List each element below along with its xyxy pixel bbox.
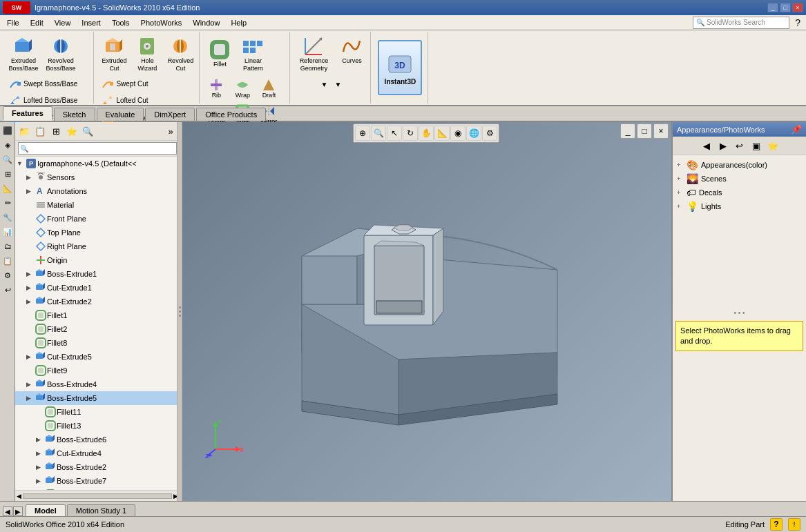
resize-handle[interactable] xyxy=(177,122,182,501)
expand-annotations[interactable]: ▶ xyxy=(26,188,35,195)
expand-cut-extrude1[interactable]: ▶ xyxy=(26,284,35,291)
tab-evaluate[interactable]: Evaluate xyxy=(97,108,144,121)
section-view-btn[interactable]: ◉ xyxy=(450,126,466,141)
view-orient-btn[interactable]: 📐 xyxy=(434,126,450,141)
app-toolbar-home[interactable]: ↩ xyxy=(732,138,747,153)
scroll-track[interactable] xyxy=(23,493,172,499)
root-expand[interactable]: ▼ xyxy=(17,160,25,167)
expand-cut-extrude2[interactable]: ▶ xyxy=(26,298,35,305)
maximize-button[interactable]: □ xyxy=(780,3,791,12)
side-icon-2[interactable]: ◈ xyxy=(1,138,15,152)
tab-motion-study[interactable]: Motion Study 1 xyxy=(67,504,135,516)
decals-expand[interactable]: + xyxy=(677,189,684,196)
menu-help[interactable]: Help xyxy=(225,17,252,28)
tree-item-boss-extrude2[interactable]: ▶ Boss-Extrude2 xyxy=(15,460,180,474)
menu-view[interactable]: View xyxy=(49,17,77,28)
bottom-scroll-left[interactable]: ◀ xyxy=(3,506,12,516)
tab-features[interactable]: Features xyxy=(3,106,52,121)
minimize-button[interactable]: _ xyxy=(767,3,778,12)
extruded-boss-base-button[interactable]: ExtrudedBoss/Base xyxy=(6,33,41,75)
side-icon-9[interactable]: 🗂 xyxy=(1,239,15,253)
side-icon-7[interactable]: 🔧 xyxy=(1,210,15,224)
scroll-left[interactable]: ◀ xyxy=(17,493,21,500)
menu-insert[interactable]: Insert xyxy=(76,17,106,28)
side-icon-5[interactable]: 📐 xyxy=(1,181,15,195)
pan-btn[interactable]: ✋ xyxy=(419,126,434,141)
lofted-cut-button[interactable]: Lofted Cut xyxy=(98,92,196,109)
fillet-button[interactable]: Fillet xyxy=(204,37,236,70)
expand-cut-extrude4[interactable]: ▶ xyxy=(36,450,44,457)
rib-button[interactable]: Rib xyxy=(204,76,229,101)
tree-item-boss-extrude7[interactable]: ▶ Boss-Extrude7 xyxy=(15,474,180,488)
appearances-color-item[interactable]: + 🎨 Appearances(color) xyxy=(675,158,803,172)
tree-toolbar-more[interactable]: » xyxy=(163,124,178,139)
draft-button[interactable]: Draft xyxy=(256,76,281,101)
side-icon-6[interactable]: ✏ xyxy=(1,196,15,210)
lights-item[interactable]: + 💡 Lights xyxy=(675,199,803,213)
side-icon-1[interactable]: ⬛ xyxy=(1,124,15,137)
expand-boss-extrude7[interactable]: ▶ xyxy=(36,477,44,484)
tree-toolbar-btn-2[interactable]: 📋 xyxy=(32,124,48,139)
zoom-in-btn[interactable]: 🔍 xyxy=(371,126,386,141)
tree-item-front-plane[interactable]: Front Plane xyxy=(15,212,180,226)
tree-item-top-plane[interactable]: Top Plane xyxy=(15,226,180,239)
reference-geometry-dropdown[interactable]: ▼ xyxy=(318,79,330,91)
app-toolbar-star[interactable]: ⭐ xyxy=(765,138,780,153)
extruded-cut-button[interactable]: ExtrudedCut xyxy=(98,33,130,75)
curves-dropdown[interactable]: ▼ xyxy=(332,79,344,91)
app-toolbar-forward[interactable]: ▶ xyxy=(716,138,731,153)
scenes-item[interactable]: + 🌄 Scenes xyxy=(675,172,803,186)
help-button[interactable]: ? xyxy=(770,518,783,531)
viewport-minimize-btn[interactable]: _ xyxy=(620,124,635,139)
viewport[interactable]: ⊕ 🔍 ↖ ↻ ✋ 📐 ◉ 🌐 ⚙ _ □ × xyxy=(181,122,671,501)
expand-boss-extrude5[interactable]: ▶ xyxy=(26,395,35,402)
tree-toolbar-btn-4[interactable]: ⭐ xyxy=(64,124,79,139)
expand-boss-extrude6[interactable]: ▶ xyxy=(36,436,44,443)
decals-item[interactable]: + 🏷 Decals xyxy=(675,186,803,199)
tree-scrollbar[interactable]: ◀ ▶ xyxy=(15,490,180,501)
side-icon-12[interactable]: ↩ xyxy=(1,283,15,297)
appearances-panel-pin[interactable]: 📌 xyxy=(791,124,802,135)
expand-cut-extrude5[interactable]: ▶ xyxy=(26,353,35,360)
side-icon-10[interactable]: 📋 xyxy=(1,254,15,268)
tree-item-annotations[interactable]: ▶ A Annotations xyxy=(15,184,180,198)
instant3d-button[interactable]: 3D Instant3D xyxy=(378,40,422,95)
solidworks-search[interactable]: 🔍 SolidWorks Search xyxy=(693,17,789,29)
side-icon-8[interactable]: 📊 xyxy=(1,225,15,239)
rotate-btn[interactable]: ↻ xyxy=(403,126,418,141)
menu-window[interactable]: Window xyxy=(187,17,225,28)
appearances-color-expand[interactable]: + xyxy=(677,161,684,168)
tab-office-products[interactable]: Office Products xyxy=(196,108,266,121)
tree-item-cut-extrude1[interactable]: ▶ Cut-Extrude1 xyxy=(15,281,180,295)
tree-item-fillet2[interactable]: Fillet2 xyxy=(15,322,180,336)
menu-edit[interactable]: Edit xyxy=(25,17,49,28)
tree-item-fillet1[interactable]: Fillet1 xyxy=(15,308,180,322)
tree-item-fillet8[interactable]: Fillet8 xyxy=(15,336,180,350)
wrap-button[interactable]: Wrap xyxy=(230,76,255,101)
viewport-maximize-btn[interactable]: □ xyxy=(637,124,652,139)
tree-item-sensors[interactable]: ▶ Sensors xyxy=(15,170,180,184)
tree-item-boss-extrude6[interactable]: ▶ Boss-Extrude6 xyxy=(15,433,180,446)
linear-pattern-button[interactable]: LinearPattern xyxy=(237,33,269,75)
app-toolbar-grid[interactable]: ▣ xyxy=(749,138,764,153)
tab-sketch[interactable]: Sketch xyxy=(54,108,95,121)
app-toolbar-back[interactable]: ◀ xyxy=(699,138,714,153)
menu-photoworks[interactable]: PhotoWorks xyxy=(135,17,188,28)
expand-boss-extrude4[interactable]: ▶ xyxy=(26,381,35,388)
tree-item-fillet9[interactable]: Fillet9 xyxy=(15,364,180,377)
side-icon-3[interactable]: 🔍 xyxy=(1,152,15,166)
tree-item-boss-extrude1[interactable]: ▶ Boss-Extrude1 xyxy=(15,267,180,281)
scenes-expand[interactable]: + xyxy=(677,175,684,182)
viewport-close-btn[interactable]: × xyxy=(653,124,669,139)
hole-wizard-button[interactable]: HoleWizard xyxy=(131,33,163,75)
tree-item-boss-extrude5[interactable]: ▶ Boss-Extrude5 xyxy=(15,391,180,405)
select-btn[interactable]: ↖ xyxy=(387,126,402,141)
tree-item-cut-extrude4[interactable]: ▶ Cut-Extrude4 xyxy=(15,446,180,460)
expand-sensors[interactable]: ▶ xyxy=(26,174,35,181)
menu-file[interactable]: File xyxy=(1,17,25,28)
tree-toolbar-btn-3[interactable]: ⊞ xyxy=(48,124,64,139)
swept-cut-button[interactable]: Swept Cut xyxy=(98,76,196,92)
curves-button[interactable]: Curves xyxy=(336,33,367,75)
tab-dimxpert[interactable]: DimXpert xyxy=(145,108,195,121)
tree-item-fillet11[interactable]: Fillet11 xyxy=(15,405,180,419)
